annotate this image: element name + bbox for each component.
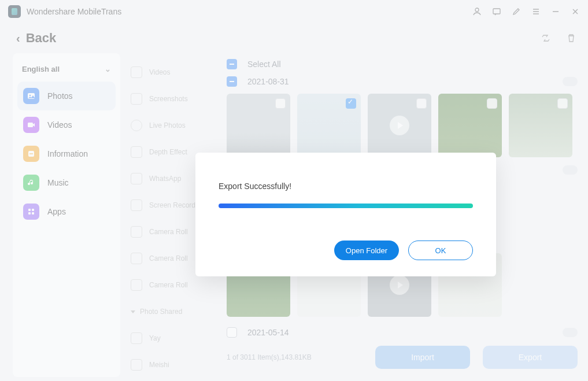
folder-icon — [131, 332, 142, 344]
group-checkbox[interactable] — [227, 76, 237, 87]
ok-button[interactable]: OK — [408, 241, 473, 260]
bottom-bar: 1 of 3011 Item(s),143.81KB Import Export — [227, 341, 578, 377]
category-item[interactable]: Photo Shared — [127, 298, 223, 325]
refresh-icon[interactable] — [541, 33, 551, 43]
photo-thumbnail[interactable] — [227, 94, 290, 157]
group-checkbox[interactable] — [227, 327, 237, 338]
page-header: ‹ Back — [0, 23, 588, 53]
count-badge — [563, 328, 578, 337]
message-icon[interactable] — [492, 7, 501, 16]
photo-thumbnail[interactable] — [438, 94, 502, 157]
livephotos-icon — [131, 120, 142, 131]
select-all-checkbox[interactable] — [227, 59, 237, 69]
count-badge — [563, 165, 578, 175]
screenrecorder-icon — [131, 199, 142, 211]
thumbnail-checkbox[interactable] — [487, 98, 497, 109]
sidebar-item-label: Music — [47, 178, 69, 187]
select-all-label: Select All — [247, 60, 281, 69]
category-item[interactable]: Videos — [127, 59, 223, 86]
back-button[interactable]: Back — [26, 31, 57, 46]
sidebar-item-label: Photos — [47, 91, 73, 101]
video-thumbnail[interactable] — [368, 94, 431, 157]
language-label: English all — [22, 65, 60, 73]
titlebar: Wondershare MobileTrans — [0, 0, 588, 23]
play-icon — [390, 275, 409, 295]
svg-point-0 — [475, 8, 479, 12]
export-success-modal: Export Successfully! Open Folder OK — [195, 153, 496, 276]
svg-point-13 — [31, 153, 32, 154]
export-button[interactable]: Export — [483, 346, 578, 369]
date-group-header[interactable]: 2021-08-31 — [227, 73, 578, 90]
import-button[interactable]: Import — [375, 346, 470, 369]
status-text: 1 of 3011 Item(s),143.81KB — [227, 353, 312, 361]
svg-point-9 — [29, 95, 31, 97]
sidebar-item-apps[interactable]: Apps — [17, 197, 116, 226]
thumbnail-checkbox[interactable] — [346, 98, 356, 109]
category-item[interactable]: Screenshots — [127, 86, 223, 112]
sidebar: English all ⌄ Photos Videos Information … — [13, 53, 120, 377]
category-item[interactable]: Meishi — [127, 352, 223, 378]
user-icon[interactable] — [472, 7, 482, 16]
videos-icon — [23, 117, 39, 133]
svg-point-14 — [32, 153, 33, 154]
category-item[interactable]: Live Photos — [127, 112, 223, 139]
svg-rect-1 — [493, 9, 500, 14]
play-icon — [390, 116, 409, 135]
sidebar-item-information[interactable]: Information — [17, 139, 116, 168]
svg-rect-16 — [32, 209, 34, 211]
thumbnail-checkbox[interactable] — [275, 98, 286, 109]
thumbnail-checkbox[interactable] — [416, 98, 427, 109]
sidebar-item-music[interactable]: Music — [17, 168, 116, 197]
thumbnail-checkbox[interactable] — [557, 98, 568, 109]
open-folder-button[interactable]: Open Folder — [334, 241, 399, 260]
close-icon[interactable] — [571, 7, 580, 16]
music-icon — [23, 175, 39, 191]
svg-rect-15 — [28, 209, 31, 211]
count-badge — [563, 77, 578, 86]
sidebar-item-videos[interactable]: Videos — [17, 110, 116, 139]
apps-icon — [23, 204, 39, 220]
date-label: 2021-08-31 — [247, 77, 289, 86]
date-label: 2021-05-14 — [247, 328, 289, 337]
svg-rect-18 — [32, 212, 34, 214]
sidebar-item-photos[interactable]: Photos — [17, 82, 116, 110]
svg-rect-10 — [28, 123, 33, 127]
screenshots-icon — [131, 93, 142, 105]
menu-icon[interactable] — [531, 7, 541, 16]
date-group-header[interactable]: 2021-05-14 — [227, 324, 578, 341]
svg-rect-17 — [28, 212, 31, 214]
chevron-down-icon: ⌄ — [105, 65, 111, 73]
deptheffect-icon — [131, 146, 142, 158]
back-chevron-icon[interactable]: ‹ — [16, 32, 20, 45]
trash-icon[interactable] — [566, 33, 576, 43]
sidebar-item-label: Information — [47, 149, 88, 158]
modal-title: Export Successfully! — [219, 182, 473, 191]
app-logo — [8, 5, 21, 18]
progress-bar — [219, 204, 473, 208]
app-title: Wondershare MobileTrans — [27, 7, 121, 16]
information-icon — [23, 146, 39, 162]
svg-point-12 — [29, 153, 31, 154]
edit-icon[interactable] — [512, 7, 521, 16]
photo-thumbnail[interactable] — [297, 94, 361, 157]
sidebar-item-label: Apps — [47, 207, 66, 216]
video-folder-icon — [131, 66, 142, 78]
chevron-down-icon — [131, 310, 135, 313]
photo-thumbnail[interactable] — [509, 94, 572, 157]
select-all-row[interactable]: Select All — [227, 56, 578, 73]
cameraroll-icon — [131, 279, 142, 291]
category-item[interactable]: Yay — [127, 325, 223, 352]
minimize-icon[interactable] — [551, 7, 560, 16]
whatsapp-icon — [131, 173, 142, 184]
cameraroll-icon — [131, 253, 142, 264]
sidebar-item-label: Videos — [47, 120, 72, 130]
folder-icon — [131, 359, 142, 371]
cameraroll-icon — [131, 226, 142, 238]
language-selector[interactable]: English all ⌄ — [17, 58, 116, 82]
photos-icon — [23, 88, 39, 104]
